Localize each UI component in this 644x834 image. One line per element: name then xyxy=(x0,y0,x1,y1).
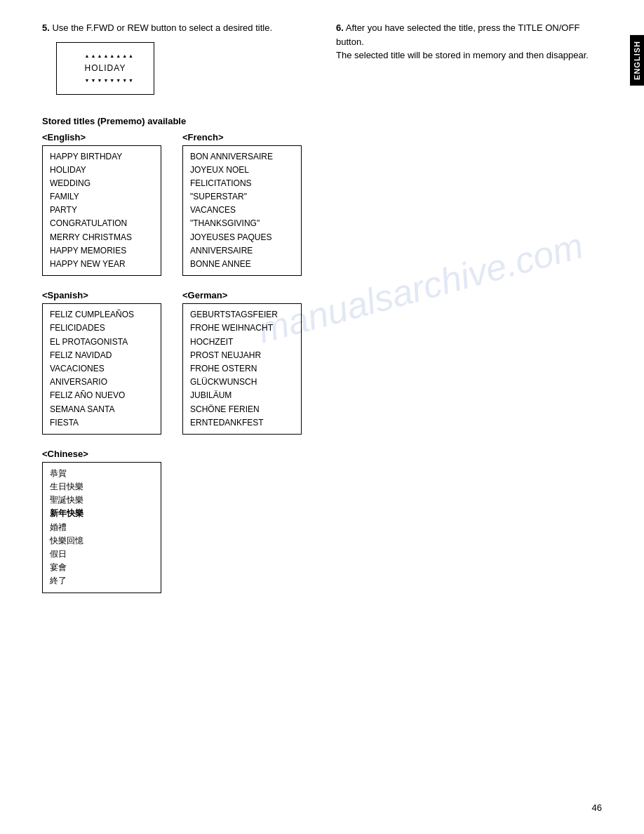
step5-col: 5. Use the F.FWD or REW button to select… xyxy=(42,21,308,102)
chinese-titles-box: 恭賀 生日快樂 聖誕快樂 新年快樂 婚禮 快樂回憶 假日 宴會 終了 xyxy=(42,462,161,593)
list-item: JOYEUX NOEL xyxy=(190,164,294,177)
list-item: 新年快樂 xyxy=(50,507,154,520)
list-item: HAPPY NEW YEAR xyxy=(50,258,154,271)
french-label: <French> xyxy=(182,132,302,143)
list-item: FAMILY xyxy=(50,190,154,204)
list-item: 假日 xyxy=(50,548,154,561)
german-label: <German> xyxy=(182,290,302,300)
list-item: PARTY xyxy=(50,204,154,217)
list-item: 聖誕快樂 xyxy=(50,494,154,507)
step5-text: Use the F.FWD or REW button to select a … xyxy=(52,22,272,33)
list-item: GLÜCKWUNSCH xyxy=(190,376,294,389)
list-item: PROST NEUJAHR xyxy=(190,349,294,362)
display-box: HOLIDAY xyxy=(56,42,154,95)
list-item: FELIZ AÑO NUEVO xyxy=(50,389,154,402)
list-item: HOLIDAY xyxy=(50,164,154,177)
list-item: 恭賀 xyxy=(50,467,154,480)
french-titles-box: BON ANNIVERSAIRE JOYEUX NOEL FELICITATIO… xyxy=(182,145,302,277)
list-item: HAPPY MEMORIES xyxy=(50,244,154,258)
list-item: JUBILÄUM xyxy=(190,389,294,402)
list-item: GEBURTSTAGSFEIER xyxy=(190,308,294,322)
spanish-label: <Spanish> xyxy=(42,290,161,300)
spanish-titles-box: FELIZ CUMPLEAÑOS FELICIDADES EL PROTAGON… xyxy=(42,303,161,435)
list-item: FELIZ NAVIDAD xyxy=(50,349,154,362)
chinese-col: <Chinese> 恭賀 生日快樂 聖誕快樂 新年快樂 婚禮 快樂回憶 假日 宴… xyxy=(42,449,161,593)
stored-titles-section: Stored titles (Prememo) available <Engli… xyxy=(42,116,602,593)
list-item: 生日快樂 xyxy=(50,480,154,494)
list-item: 宴會 xyxy=(50,561,154,574)
list-item: EL PROTAGONISTA xyxy=(50,336,154,349)
list-item: FIESTA xyxy=(50,416,154,430)
list-item: ERNTEDANKFEST xyxy=(190,416,294,430)
list-item: HOCHZEIT xyxy=(190,336,294,349)
sidebar-english-label: ENGLISH xyxy=(630,35,644,86)
list-item: FROHE WEIHNACHT xyxy=(190,322,294,335)
step5-heading: 5. Use the F.FWD or REW button to select… xyxy=(42,21,308,35)
english-label: <English> xyxy=(42,132,161,143)
list-item: 婚禮 xyxy=(50,521,154,534)
display-holiday-text: HOLIDAY xyxy=(85,63,126,73)
list-item: BON ANNIVERSAIRE xyxy=(190,150,294,164)
list-item: ANIVERSARIO xyxy=(50,376,154,389)
list-item: "SUPERSTAR" xyxy=(190,190,294,204)
page: ENGLISH manualsarchive.com 5. Use the F.… xyxy=(0,0,644,834)
list-item: JOYEUSES PAQUES xyxy=(190,231,294,244)
chinese-row: <Chinese> 恭賀 生日快樂 聖誕快樂 新年快樂 婚禮 快樂回憶 假日 宴… xyxy=(42,449,602,593)
spanish-german-row: <Spanish> FELIZ CUMPLEAÑOS FELICIDADES E… xyxy=(42,290,602,435)
step6-text: After you have selected the title, press… xyxy=(336,22,589,60)
step6-col: 6. After you have selected the title, pr… xyxy=(336,21,602,102)
chinese-label: <Chinese> xyxy=(42,449,161,459)
list-item: CONGRATULATION xyxy=(50,217,154,230)
french-col: <French> BON ANNIVERSAIRE JOYEUX NOEL FE… xyxy=(182,132,302,277)
list-item: MERRY CHRISTMAS xyxy=(50,231,154,244)
german-titles-box: GEBURTSTAGSFEIER FROHE WEIHNACHT HOCHZEI… xyxy=(182,303,302,435)
list-item: VACANCES xyxy=(190,204,294,217)
list-item: 快樂回憶 xyxy=(50,534,154,548)
page-number: 46 xyxy=(592,802,602,813)
list-item: SCHÖNE FERIEN xyxy=(190,403,294,416)
english-french-row: <English> HAPPY BIRTHDAY HOLIDAY WEDDING… xyxy=(42,132,602,277)
list-item: FROHE OSTERN xyxy=(190,362,294,376)
list-item: "THANKSGIVING" xyxy=(190,217,294,230)
main-content: 5. Use the F.FWD or REW button to select… xyxy=(42,21,602,593)
step5-number: 5. xyxy=(42,22,50,33)
list-item: HAPPY BIRTHDAY xyxy=(50,150,154,164)
list-item: FELICIDADES xyxy=(50,322,154,335)
steps-row: 5. Use the F.FWD or REW button to select… xyxy=(42,21,602,102)
spanish-col: <Spanish> FELIZ CUMPLEAÑOS FELICIDADES E… xyxy=(42,290,161,435)
list-item: VACACIONES xyxy=(50,362,154,376)
list-item: FELIZ CUMPLEAÑOS xyxy=(50,308,154,322)
german-col: <German> GEBURTSTAGSFEIER FROHE WEIHNACH… xyxy=(182,290,302,435)
list-item: FELICITATIONS xyxy=(190,177,294,190)
list-item: ANNIVERSAIRE xyxy=(190,244,294,258)
english-titles-box: HAPPY BIRTHDAY HOLIDAY WEDDING FAMILY PA… xyxy=(42,145,161,277)
list-item: BONNE ANNEE xyxy=(190,258,294,271)
english-col: <English> HAPPY BIRTHDAY HOLIDAY WEDDING… xyxy=(42,132,161,277)
list-item: SEMANA SANTA xyxy=(50,403,154,416)
list-item: WEDDING xyxy=(50,177,154,190)
step6-number: 6. xyxy=(336,22,344,33)
stored-titles-heading: Stored titles (Prememo) available xyxy=(42,116,602,126)
list-item: 終了 xyxy=(50,574,154,588)
